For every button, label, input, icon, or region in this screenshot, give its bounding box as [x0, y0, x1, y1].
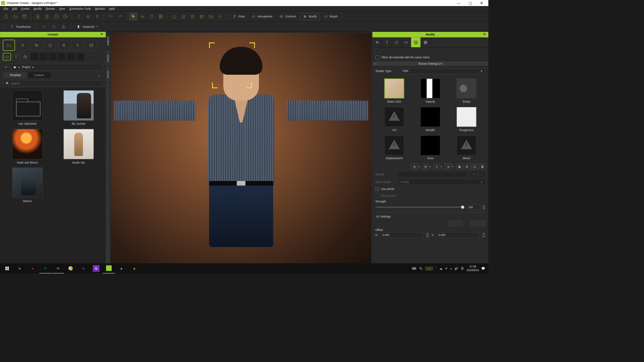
- cloth-tool[interactable]: [50, 22, 58, 31]
- modify-tab-sliders[interactable]: [372, 37, 382, 47]
- menu-modify[interactable]: Modify: [32, 7, 44, 11]
- side-tab-scene[interactable]: Scene: [106, 66, 110, 83]
- morph-mode[interactable]: Morph: [321, 13, 340, 20]
- tex-grid-button[interactable]: ▦: [456, 164, 463, 170]
- save-as-button[interactable]: [52, 12, 60, 20]
- frame-button[interactable]: [179, 12, 187, 20]
- tray-keyboard-icon[interactable]: ⌨: [412, 266, 416, 270]
- modify-tab-physics[interactable]: [421, 37, 430, 47]
- content-prop-tab[interactable]: [58, 40, 70, 51]
- item-warrior[interactable]: Warrior: [4, 168, 51, 203]
- import-button[interactable]: [34, 12, 42, 20]
- uv-rotate-cw[interactable]: [455, 220, 462, 226]
- tex-share-button[interactable]: ⇪: [433, 164, 440, 170]
- scale-tool[interactable]: [157, 12, 165, 20]
- strength-value[interactable]: 100: [467, 204, 480, 209]
- tab-template[interactable]: Template: [3, 72, 28, 78]
- 3d-viewport[interactable]: [111, 33, 371, 273]
- uv-flip-h[interactable]: [471, 220, 478, 226]
- modify-panel-close-icon[interactable]: ⊗: [483, 32, 487, 36]
- instalod-button[interactable]: InstaLOD▾: [74, 23, 100, 30]
- menu-create[interactable]: Create: [19, 7, 32, 11]
- blender-app-icon[interactable]: ◉: [128, 263, 140, 274]
- tex-export-button[interactable]: ⧉: [422, 164, 429, 170]
- content-scene-tab[interactable]: [86, 40, 97, 51]
- tray-power-icon[interactable]: 🔌: [419, 266, 423, 270]
- tex-link-button[interactable]: ⇲: [445, 164, 452, 170]
- onenote-app-icon[interactable]: N: [93, 265, 100, 272]
- strength-slider[interactable]: [375, 206, 464, 207]
- content-panel-close-icon[interactable]: ⊗: [101, 32, 105, 36]
- uv-rotate-ccw[interactable]: [448, 220, 455, 226]
- export-button[interactable]: [43, 12, 51, 20]
- close-button[interactable]: ✕: [476, 0, 487, 6]
- tray-wifi-icon[interactable]: ⏚: [450, 266, 452, 270]
- content-skeleton-tab[interactable]: [72, 40, 84, 51]
- tex-metallic[interactable]: Metallic: [416, 107, 445, 131]
- tray-cloud-icon[interactable]: ☁: [439, 266, 442, 270]
- uv-flip-v[interactable]: [478, 220, 485, 226]
- item-studio-set[interactable]: Studio Set: [55, 129, 102, 164]
- menu-submission-tools[interactable]: Submission Tools: [67, 7, 93, 11]
- modify-tab-link[interactable]: [401, 37, 411, 47]
- content-morph-tab[interactable]: [31, 40, 42, 51]
- offset-v-input[interactable]: 0.000: [436, 232, 480, 238]
- item-mask-and-bloom[interactable]: Mask and Bloom: [4, 129, 51, 164]
- breadcrumb[interactable]: 🖿▸ Project▸: [11, 64, 103, 70]
- content-cloth-tab[interactable]: [44, 40, 56, 51]
- modify-tab-texture[interactable]: [411, 37, 421, 47]
- menu-edit[interactable]: Edit: [10, 7, 19, 11]
- content-folder-tab[interactable]: [3, 40, 15, 51]
- item-ibl-sunset[interactable]: IBL Sunset: [55, 90, 102, 125]
- character-creator-app-icon[interactable]: [103, 263, 115, 274]
- srgb-checkbox[interactable]: [375, 187, 379, 191]
- tex-roughness[interactable]: Roughness: [452, 107, 481, 131]
- tex-glow[interactable]: Glow: [416, 135, 445, 160]
- select-tool[interactable]: [129, 12, 137, 20]
- explorer-app-icon[interactable]: 🗀: [52, 263, 64, 274]
- tray-notifications-icon[interactable]: 💬: [481, 266, 485, 270]
- item-iray-optimized[interactable]: Iray Optimized: [4, 90, 51, 125]
- modify-tab-cloth[interactable]: [392, 37, 401, 47]
- strength-step-down[interactable]: ▼: [482, 207, 485, 209]
- shader-type-select[interactable]: PBR▼: [400, 68, 485, 74]
- texture-settings-header[interactable]: —Texture Settings (Y): [372, 61, 488, 66]
- tex-ao[interactable]: AO: [379, 107, 409, 131]
- tray-sync-icon[interactable]: ✔: [445, 266, 448, 270]
- menu-view[interactable]: View: [57, 7, 67, 11]
- avatar-button[interactable]: [75, 12, 83, 20]
- tray-battery[interactable]: 99%: [425, 267, 433, 270]
- side-tab-visual[interactable]: Visual: [106, 50, 110, 66]
- save-button[interactable]: [20, 12, 29, 20]
- minimize-button[interactable]: —: [453, 0, 465, 6]
- tray-sound-icon[interactable]: 🔊: [454, 266, 458, 270]
- accessory-button[interactable]: [84, 12, 92, 20]
- camera-button[interactable]: [207, 12, 215, 20]
- tex-displacement[interactable]: Displacement: [379, 135, 409, 160]
- tray-expand-icon[interactable]: ˄: [435, 266, 437, 270]
- sculpt-tool[interactable]: [59, 22, 67, 31]
- tex-blend[interactable]: Blend: [452, 135, 481, 160]
- tray-ime-icon[interactable]: 英: [461, 266, 464, 270]
- unity-app-icon[interactable]: ◈: [115, 263, 127, 274]
- filter-avatar[interactable]: [12, 53, 20, 60]
- filter-folder[interactable]: [3, 53, 11, 60]
- tab-more-icon[interactable]: ⌄: [96, 73, 102, 77]
- strength-step-up[interactable]: ▲: [482, 205, 485, 207]
- home-button[interactable]: [170, 12, 178, 20]
- affect-all-checkbox[interactable]: [375, 56, 379, 59]
- tex-copy-button[interactable]: ❏: [471, 164, 478, 170]
- undo-button[interactable]: [107, 12, 115, 20]
- tex-bump[interactable]: Bump: [452, 78, 481, 103]
- menu-render[interactable]: Render: [44, 7, 57, 11]
- tab-custom[interactable]: Custom: [28, 72, 50, 78]
- modify-mode[interactable]: Modify: [300, 13, 320, 20]
- task-view-button[interactable]: ⧉: [14, 263, 26, 274]
- motion-button[interactable]: [93, 12, 101, 20]
- frame3-button[interactable]: [198, 12, 206, 20]
- pose-mode[interactable]: Pose: [229, 13, 248, 20]
- filter-zone[interactable]: [21, 53, 29, 60]
- maximize-button[interactable]: ▢: [465, 0, 476, 6]
- rotate-tool[interactable]: [148, 12, 156, 20]
- tex-swap-button[interactable]: ⧉: [464, 164, 471, 170]
